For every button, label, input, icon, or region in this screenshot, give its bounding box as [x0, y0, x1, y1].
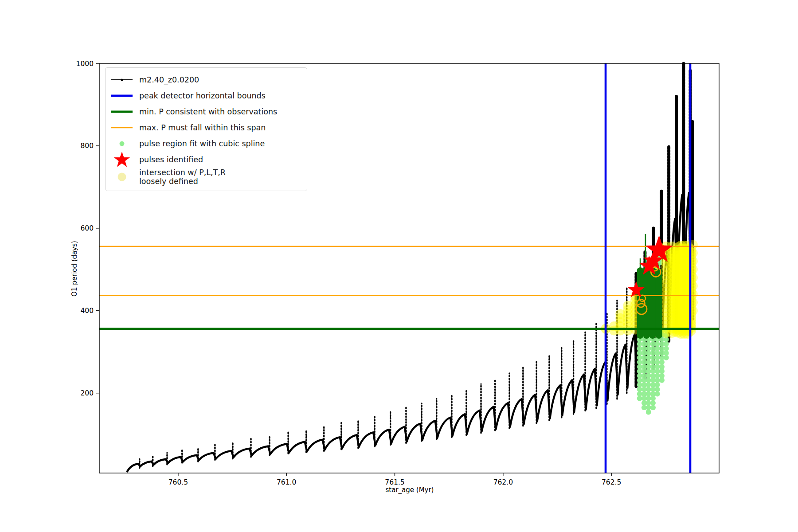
- legend-item-label: intersection w/ P,L,T,R loosely defined: [135, 168, 226, 186]
- legend-item-label: peak detector horizontal bounds: [135, 91, 266, 100]
- legend-item-4: max. P must fall within this span: [109, 120, 302, 135]
- legend-item-6: pulses identified: [109, 152, 302, 167]
- legend-item-2: peak detector horizontal bounds: [109, 88, 302, 103]
- legend-item-label: pulse region fit with cubic spline: [135, 139, 265, 148]
- legend-item-1: m2.40_z0.0200: [109, 72, 302, 87]
- legend-item-label: max. P must fall within this span: [135, 123, 266, 132]
- series-line-icon: [110, 72, 134, 87]
- orange-line-icon: [110, 120, 134, 135]
- x-axis-label: star_age (Myr): [365, 486, 454, 494]
- legend-item-3: min. P consistent with observations: [109, 104, 302, 119]
- y-tick-label: 800: [80, 142, 94, 150]
- y-tick-label: 400: [80, 307, 94, 315]
- y-tick-label: 200: [80, 389, 94, 397]
- blue-line-icon: [110, 88, 134, 103]
- y-axis-label: O1 period (days): [70, 231, 78, 306]
- legend: m2.40_z0.0200peak detector horizontal bo…: [105, 67, 307, 191]
- lightgreen-dot-icon: [110, 136, 134, 151]
- x-tick-label: 761.0: [277, 478, 296, 486]
- x-tick-label: 762.5: [602, 478, 621, 486]
- green-line-icon: [110, 104, 134, 119]
- y-tick-label: 1000: [76, 60, 94, 68]
- x-tick-label: 761.5: [385, 478, 404, 486]
- legend-item-label: m2.40_z0.0200: [135, 75, 199, 84]
- figure: 760.5761.0761.5762.0762.5200400600800100…: [0, 0, 798, 532]
- x-tick-label: 760.5: [168, 478, 188, 486]
- pulse-spikes: [140, 288, 627, 468]
- x-tick-label: 762.0: [493, 478, 513, 486]
- legend-item-7: intersection w/ P,L,T,R loosely defined: [109, 168, 302, 186]
- y-tick-label: 600: [80, 224, 94, 232]
- red-star-icon: [110, 152, 134, 167]
- legend-item-5: pulse region fit with cubic spline: [109, 136, 302, 151]
- paleyellow-dot-icon: [110, 169, 134, 184]
- legend-item-label: min. P consistent with observations: [135, 107, 277, 116]
- legend-item-label: pulses identified: [135, 155, 203, 164]
